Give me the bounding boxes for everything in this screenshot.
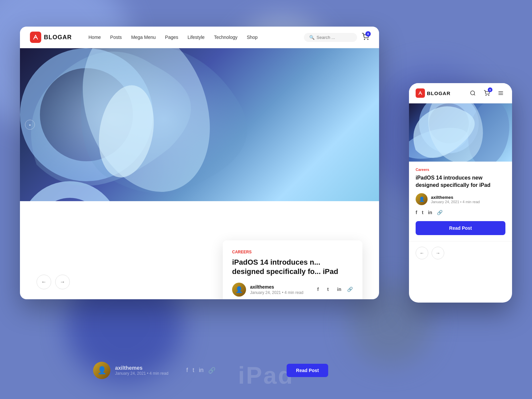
mobile-next-button[interactable]: → xyxy=(432,247,444,259)
hero-dot-icon: ● xyxy=(29,123,31,127)
mobile-prev-button[interactable]: ← xyxy=(416,247,428,259)
hero-bg xyxy=(20,48,379,201)
nav-technology[interactable]: Technology xyxy=(214,35,237,40)
tablet-avatar-img: 👤 xyxy=(232,283,246,297)
tablet-cart-icon[interactable]: 0 xyxy=(362,33,369,42)
mobile-social-icons: f t in 🔗 xyxy=(416,210,505,215)
mobile-twitter-icon[interactable]: t xyxy=(422,210,424,215)
svg-point-5 xyxy=(486,95,486,96)
mobile-author-info: axilthemes January 24, 2021 • 4 min read xyxy=(431,195,480,204)
tablet-post-title: iPadOS 14 introduces n... designed speci… xyxy=(232,258,353,277)
tablet-logo: BLOGAR xyxy=(30,32,72,43)
tablet-post-category: Careers xyxy=(232,250,353,254)
nav-pages[interactable]: Pages xyxy=(165,35,178,40)
nav-home[interactable]: Home xyxy=(88,35,101,40)
tablet-author-info: axilthemes January 24, 2021 • 4 min read xyxy=(250,284,303,295)
tablet-search-box[interactable]: 🔍 xyxy=(304,33,357,42)
tablet-author-name: axilthemes xyxy=(250,284,303,290)
tablet-carousel-nav: ← → xyxy=(37,275,70,289)
tablet-facebook-icon[interactable]: f xyxy=(317,287,323,293)
tablet-hero-nav-dot[interactable]: ● xyxy=(25,120,35,130)
svg-point-4 xyxy=(470,91,474,95)
mobile-hero-svg xyxy=(409,103,512,162)
mobile-author-row: 👤 axilthemes January 24, 2021 • 4 min re… xyxy=(416,193,505,205)
tablet-navbar: BLOGAR Home Posts Mega Menu Pages Lifest… xyxy=(20,27,379,48)
tablet-search-input[interactable] xyxy=(317,35,352,40)
tablet-post-card: Careers iPadOS 14 introduces n... design… xyxy=(223,240,362,299)
nav-lifestyle[interactable]: Lifestyle xyxy=(188,35,204,40)
tablet-cart-badge: 0 xyxy=(365,31,371,37)
tablet-logo-icon xyxy=(30,32,41,43)
mobile-cart-icon[interactable]: 0 xyxy=(482,88,491,98)
mobile-navbar: BLOGAR 0 xyxy=(409,83,512,103)
mobile-nav-icons: 0 xyxy=(468,88,505,98)
hero-svg-swirl xyxy=(20,48,379,201)
tablet-author-avatar: 👤 xyxy=(232,283,246,297)
tablet-nav-items: Home Posts Mega Menu Pages Lifestyle Tec… xyxy=(88,35,304,40)
tablet-linkedin-icon[interactable]: in xyxy=(337,287,343,293)
mobile-read-post-button[interactable]: Read Post xyxy=(416,221,505,235)
tablet-search-icon: 🔍 xyxy=(309,35,315,40)
mobile-linkedin-icon[interactable]: in xyxy=(428,210,432,215)
mobile-hero-bg xyxy=(409,103,512,162)
tablet-logo-text: BLOGAR xyxy=(44,34,72,41)
svg-point-1 xyxy=(367,39,368,40)
mobile-search-icon[interactable] xyxy=(468,88,477,98)
mobile-logo-text: BLOGAR xyxy=(427,90,451,96)
tablet-post-author: 👤 axilthemes January 24, 2021 • 4 min re… xyxy=(232,283,303,297)
mobile-logo-icon xyxy=(416,88,425,98)
svg-point-0 xyxy=(364,39,365,40)
tablet-hero-image: ● xyxy=(20,48,379,201)
tablet-post-social: f t in 🔗 xyxy=(317,287,353,293)
nav-mega-menu[interactable]: Mega Menu xyxy=(131,35,156,40)
tablet-mockup: BLOGAR Home Posts Mega Menu Pages Lifest… xyxy=(20,27,379,299)
tablet-link-icon[interactable]: 🔗 xyxy=(347,287,353,293)
mobile-facebook-icon[interactable]: f xyxy=(416,210,417,215)
mobile-avatar: 👤 xyxy=(416,193,428,205)
mobile-post-category: Careers xyxy=(416,168,505,172)
mobile-menu-icon[interactable] xyxy=(496,88,505,98)
mobile-carousel-nav: ← → xyxy=(409,241,512,265)
mobile-author-name: axilthemes xyxy=(431,195,480,200)
tablet-prev-button[interactable]: ← xyxy=(37,275,51,289)
nav-posts[interactable]: Posts xyxy=(110,35,122,40)
mobile-cart-badge: 0 xyxy=(488,87,492,92)
mobile-post-content: Careers iPadOS 14 introduces new designe… xyxy=(409,162,512,241)
mobile-author-meta: January 24, 2021 • 4 min read xyxy=(431,200,480,204)
tablet-author-meta: January 24, 2021 • 4 min read xyxy=(250,290,303,295)
svg-point-6 xyxy=(488,95,489,96)
mobile-mockup: BLOGAR 0 xyxy=(409,83,512,303)
mobile-hero-image xyxy=(409,103,512,162)
mobile-logo: BLOGAR xyxy=(416,88,468,98)
mobile-link-icon[interactable]: 🔗 xyxy=(437,210,443,215)
nav-shop[interactable]: Shop xyxy=(247,35,258,40)
tablet-next-button[interactable]: → xyxy=(55,275,70,289)
mobile-post-title: iPadOS 14 introduces new designed specif… xyxy=(416,174,505,189)
scene: BLOGAR Home Posts Mega Menu Pages Lifest… xyxy=(20,17,512,382)
tablet-twitter-icon[interactable]: t xyxy=(327,287,333,293)
